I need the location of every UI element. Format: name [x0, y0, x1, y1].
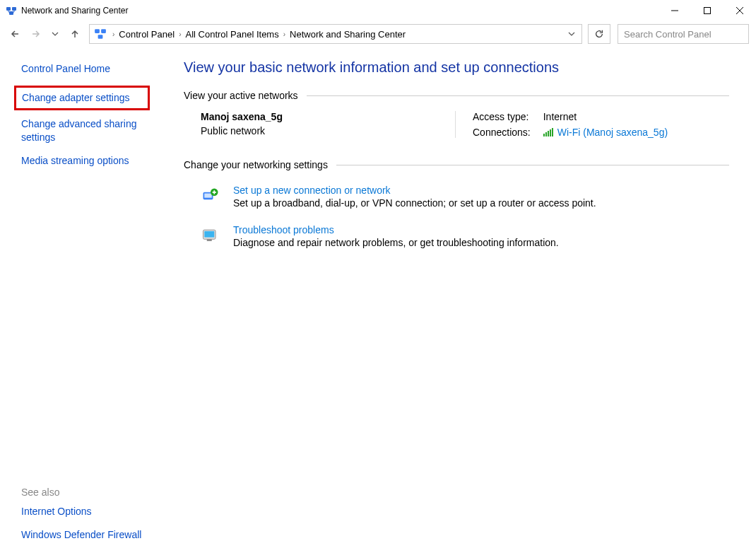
chevron-right-icon[interactable]: ›: [111, 30, 116, 38]
address-bar[interactable]: › Control Panel › All Control Panel Item…: [89, 24, 582, 44]
maximize-button[interactable]: [691, 0, 723, 21]
recent-locations-button[interactable]: [47, 25, 64, 42]
svg-rect-0: [6, 7, 11, 11]
svg-rect-22: [207, 239, 212, 241]
action-troubleshoot: Troubleshoot problems Diagnose and repai…: [184, 220, 729, 260]
section-label: View your active networks: [184, 90, 307, 101]
breadcrumb-all-items[interactable]: All Control Panel Items: [182, 29, 281, 40]
chevron-right-icon[interactable]: ›: [177, 30, 182, 38]
back-button[interactable]: [7, 25, 24, 42]
nav-bar: › Control Panel › All Control Panel Item…: [0, 21, 756, 47]
section-label: Change your networking settings: [184, 159, 336, 170]
sidebar-home[interactable]: Control Panel Home: [21, 62, 167, 76]
setup-connection-icon: [201, 186, 220, 206]
sidebar-media-streaming[interactable]: Media streaming options: [21, 154, 167, 168]
network-name: Manoj saxena_5g: [201, 111, 455, 122]
access-type-value: Internet: [543, 111, 668, 122]
svg-rect-1: [12, 7, 16, 11]
wifi-signal-icon: [543, 128, 553, 136]
control-panel-icon: [94, 28, 107, 40]
address-dropdown[interactable]: [565, 30, 579, 37]
network-type: Public network: [201, 125, 455, 136]
title-bar: Network and Sharing Center: [0, 0, 756, 21]
action-description: Set up a broadband, dial-up, or VPN conn…: [233, 197, 596, 209]
action-link[interactable]: Troubleshoot problems: [233, 224, 559, 235]
app-icon: [6, 5, 17, 16]
active-networks-header: View your active networks: [184, 90, 729, 101]
up-button[interactable]: [66, 25, 83, 42]
search-input[interactable]: [622, 28, 744, 40]
sidebar-advanced-sharing[interactable]: Change advanced sharing settings: [21, 117, 167, 144]
breadcrumb-control-panel[interactable]: Control Panel: [116, 29, 177, 40]
action-description: Diagnose and repair network problems, or…: [233, 237, 559, 248]
main-content: View your basic network information and …: [184, 47, 756, 553]
divider: [336, 165, 729, 165]
access-type-label: Access type:: [473, 111, 531, 122]
svg-rect-21: [204, 231, 214, 238]
action-setup-connection: Set up a new connection or network Set u…: [184, 180, 729, 220]
search-box[interactable]: [618, 24, 749, 44]
page-heading: View your basic network information and …: [184, 59, 729, 76]
sidebar-change-adapter[interactable]: Change adapter settings: [14, 86, 150, 110]
svg-rect-8: [101, 29, 106, 33]
connection-name: Wi-Fi (Manoj saxena_5g): [557, 127, 668, 138]
refresh-button[interactable]: [588, 24, 610, 44]
close-button[interactable]: [723, 0, 756, 21]
svg-rect-14: [548, 131, 549, 136]
divider: [307, 95, 729, 96]
svg-rect-7: [95, 29, 100, 33]
window-title: Network and Sharing Center: [21, 6, 128, 16]
svg-rect-12: [543, 134, 545, 136]
troubleshoot-icon: [201, 226, 220, 245]
connection-link[interactable]: Wi-Fi (Manoj saxena_5g): [543, 127, 668, 138]
sidebar-internet-options[interactable]: Internet Options: [21, 505, 167, 518]
action-link[interactable]: Set up a new connection or network: [233, 185, 596, 196]
forward-button[interactable]: [27, 25, 44, 42]
change-settings-header: Change your networking settings: [184, 159, 729, 170]
chevron-right-icon[interactable]: ›: [282, 30, 287, 38]
minimize-button[interactable]: [658, 0, 691, 21]
sidebar-firewall[interactable]: Windows Defender Firewall: [21, 528, 167, 542]
svg-rect-13: [545, 132, 547, 136]
svg-rect-16: [552, 128, 553, 136]
sidebar: Control Panel Home Change adapter settin…: [0, 47, 184, 553]
svg-rect-18: [204, 194, 212, 198]
svg-rect-9: [98, 35, 103, 39]
svg-rect-4: [704, 8, 711, 14]
see-also-label: See also: [21, 487, 167, 498]
breadcrumb-network-sharing[interactable]: Network and Sharing Center: [287, 29, 408, 40]
svg-rect-15: [550, 129, 551, 136]
connections-label: Connections:: [473, 127, 531, 138]
